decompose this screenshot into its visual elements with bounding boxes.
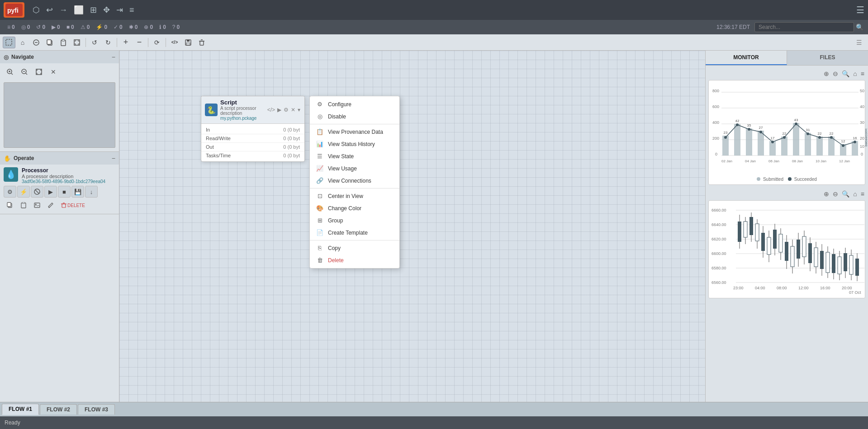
start-btn[interactable]: ⚡	[17, 186, 30, 198]
delete-conn-btn[interactable]	[30, 37, 43, 48]
edit-icon[interactable]: ≡	[128, 4, 136, 16]
files-tab[interactable]: FILES	[787, 51, 868, 65]
svg-rect-62	[781, 137, 787, 156]
import-icon[interactable]: ↩	[44, 4, 55, 16]
group-icon[interactable]: ⊞	[88, 4, 99, 16]
bolt-status[interactable]: ⚡ 0	[93, 24, 110, 30]
ctx-change-color[interactable]: 🎨 Change Color	[310, 202, 399, 214]
operate-collapse-btn[interactable]: −	[112, 155, 115, 162]
chart1-zoom-fit-btn[interactable]: 🔍	[841, 69, 850, 78]
ctx-disable[interactable]: ◎ Disable	[310, 110, 399, 123]
svg-rect-11	[187, 40, 190, 42]
run-btn[interactable]: ▶	[44, 186, 57, 198]
code-tool-btn[interactable]: </>	[168, 37, 181, 48]
trash-tool-btn[interactable]	[195, 37, 208, 48]
svg-rect-114	[755, 224, 759, 241]
ctx-group[interactable]: ⊞ Group	[310, 214, 399, 226]
chart2-zoom-out-btn[interactable]: ⊖	[832, 189, 839, 198]
chart1-home-btn[interactable]: ⌂	[852, 69, 858, 78]
node-close-btn[interactable]: ✕	[290, 106, 296, 113]
ctx-create-template[interactable]: 📄 Create Template	[310, 226, 399, 239]
refresh-tool-btn[interactable]: ⟳	[151, 37, 163, 48]
chart2-menu-btn[interactable]: ≡	[860, 189, 865, 198]
paste-tool-btn[interactable]	[57, 37, 70, 48]
script-node-actions: </> ▶ ⚙ ✕ ▾	[267, 106, 301, 113]
panel-toggle-btn[interactable]: ☰	[853, 37, 865, 48]
delete-proc-btn[interactable]: DELETE	[58, 199, 88, 211]
terminate-btn[interactable]: ■	[58, 186, 71, 198]
warn-status[interactable]: ⚠ 0	[78, 24, 93, 30]
export-btn[interactable]: ↓	[85, 186, 98, 198]
refresh-status[interactable]: ↺ 0	[33, 24, 48, 30]
ctx-center-view[interactable]: ⊡ Center in View	[310, 190, 399, 202]
minus-tool-btn[interactable]: −	[133, 37, 146, 48]
chart2-zoom-fit-btn[interactable]: 🔍	[841, 189, 850, 198]
node-config-btn[interactable]: ⚙	[283, 106, 289, 113]
ctx-configure[interactable]: ⚙ Configure	[310, 98, 399, 110]
processor-icon[interactable]: ⬜	[72, 4, 85, 16]
edit-proc-btn[interactable]	[44, 199, 57, 211]
plus-circle-status[interactable]: ⊕ 0	[141, 24, 156, 30]
undo-tool-btn[interactable]: ↺	[88, 37, 101, 48]
check-status[interactable]: ✓ 0	[111, 24, 125, 30]
save-proc-btn[interactable]: 💾	[71, 186, 84, 198]
flow-icon[interactable]: ⬡	[31, 4, 42, 16]
search-input[interactable]	[754, 22, 854, 32]
paste-proc-btn[interactable]	[17, 199, 30, 211]
ctx-view-usage[interactable]: 📈 View Usage	[310, 162, 399, 174]
ctx-delete[interactable]: 🗑 Delete	[310, 254, 399, 266]
home-tool-btn[interactable]: ⌂	[16, 37, 29, 48]
navigate-header[interactable]: ◎ Navigate −	[0, 51, 119, 63]
ctx-copy[interactable]: ⎘ Copy	[310, 242, 399, 254]
play-status[interactable]: ▶ 0	[49, 24, 63, 30]
navigate-collapse-btn[interactable]: −	[112, 53, 115, 61]
chart2-zoom-in-btn[interactable]: ⊕	[823, 189, 830, 198]
stop-circle-btn[interactable]	[31, 186, 43, 198]
flow-tab-3[interactable]: FLOW #3	[78, 404, 115, 415]
canvas-area[interactable]: 🐍 Script A script processor description …	[119, 51, 705, 402]
image-proc-btn[interactable]	[31, 199, 43, 211]
chart1-menu-btn[interactable]: ≡	[860, 69, 865, 78]
node-run-btn[interactable]: ▶	[277, 106, 282, 113]
menu-status[interactable]: ≡ 0	[5, 24, 18, 30]
asterisk-status[interactable]: ✱ 0	[126, 24, 141, 30]
chart2-home-btn[interactable]: ⌂	[852, 189, 858, 198]
question-status[interactable]: ? 0	[170, 24, 182, 30]
search-icon[interactable]: 🔍	[856, 24, 863, 31]
stop-status[interactable]: ■ 0	[64, 24, 77, 30]
info-status[interactable]: ℹ 0	[157, 24, 169, 30]
zoom-in-btn[interactable]	[4, 66, 16, 78]
route-icon[interactable]: ⇥	[114, 4, 125, 16]
zoom-out-btn[interactable]	[18, 66, 31, 78]
flow-tab-1[interactable]: FLOW #1	[2, 404, 39, 415]
export-icon[interactable]: →	[57, 4, 69, 16]
redo-tool-btn[interactable]: ↻	[102, 37, 114, 48]
save-tool-btn[interactable]	[182, 37, 194, 48]
operate-header[interactable]: ✋ Operate −	[0, 152, 119, 165]
flow-tab-2[interactable]: FLOW #2	[40, 404, 77, 415]
ctx-view-connections[interactable]: 🔗 View Connections	[310, 174, 399, 187]
add-tool-btn[interactable]: +	[119, 37, 132, 48]
ctx-provenance[interactable]: 📋 View Provenance Data	[310, 126, 399, 138]
svg-line-25	[35, 190, 39, 193]
play-status-count: 0	[57, 24, 60, 30]
copy-tool-btn[interactable]	[43, 37, 56, 48]
copy-proc-btn[interactable]	[4, 199, 16, 211]
fit-tool-btn[interactable]	[71, 37, 83, 48]
svg-text:pyfi: pyfi	[7, 7, 19, 14]
chart1-zoom-in-btn[interactable]: ⊕	[823, 69, 830, 78]
close-nav-btn[interactable]: ✕	[47, 66, 60, 78]
hamburger-icon[interactable]: ☰	[856, 5, 864, 15]
select-tool-btn[interactable]	[3, 37, 15, 48]
chart1-zoom-out-btn[interactable]: ⊖	[832, 69, 839, 78]
fit-nav-btn[interactable]	[33, 66, 45, 78]
ctx-view-state[interactable]: ☰ View State	[310, 150, 399, 162]
node-code-btn[interactable]: </>	[267, 106, 275, 113]
circle-status[interactable]: ◎ 0	[19, 24, 33, 30]
connect-icon[interactable]: ✥	[101, 4, 112, 16]
monitor-tab[interactable]: MONITOR	[706, 51, 787, 65]
svg-rect-142	[838, 257, 841, 274]
node-expand-btn[interactable]: ▾	[297, 106, 301, 113]
ctx-status-history[interactable]: 📊 View Status History	[310, 138, 399, 150]
config-btn[interactable]: ⚙	[4, 186, 16, 198]
